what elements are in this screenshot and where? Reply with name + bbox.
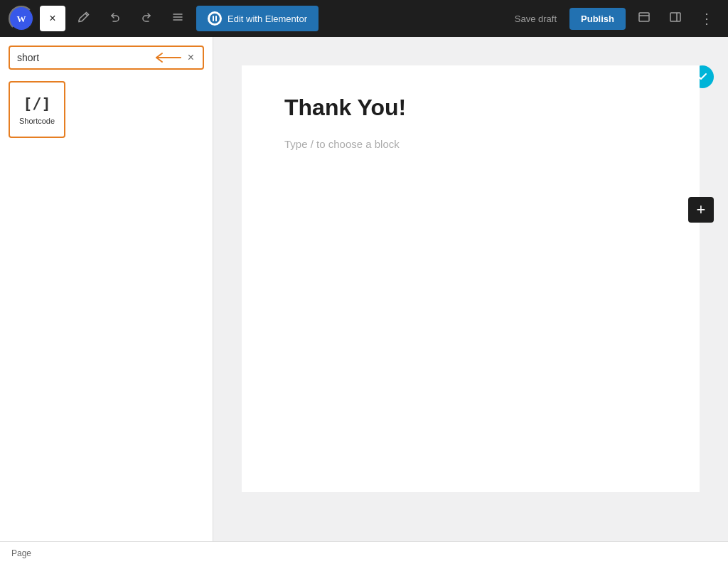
search-box: × [9, 46, 204, 70]
bottom-bar: Page [0, 541, 728, 564]
content-area: + Thank You! Type / to choose a block [213, 37, 728, 541]
undo-icon [109, 11, 122, 26]
bottom-bar-label: Page [11, 548, 31, 558]
sidebar-toggle-button[interactable] [663, 6, 688, 31]
redo-icon [140, 11, 153, 26]
save-draft-button[interactable]: Save draft [508, 9, 564, 28]
more-icon: ⋮ [700, 11, 714, 26]
close-icon: × [49, 12, 55, 25]
svg-rect-10 [670, 13, 680, 21]
view-button[interactable] [631, 6, 657, 31]
shortcode-label: Shortcode [19, 117, 55, 125]
search-clear-button[interactable]: × [186, 52, 196, 63]
shortcode-icon: [/] [23, 95, 51, 112]
details-button[interactable] [165, 6, 191, 31]
main-toolbar: W × [0, 0, 728, 37]
add-block-button[interactable]: + [688, 197, 714, 223]
edit-elementor-button[interactable]: Edit with Elementor [196, 6, 318, 31]
svg-rect-6 [213, 16, 214, 21]
undo-button[interactable] [102, 6, 128, 31]
more-options-button[interactable]: ⋮ [694, 6, 719, 31]
redo-button[interactable] [134, 6, 159, 31]
edit-elementor-label: Edit with Elementor [228, 14, 307, 24]
shortcode-block-card[interactable]: [/] Shortcode [9, 81, 65, 138]
view-icon [638, 11, 651, 26]
block-placeholder[interactable]: Type / to choose a block [284, 138, 657, 150]
publish-button[interactable]: Publish [569, 8, 626, 30]
svg-text:W: W [17, 14, 26, 24]
elementor-icon [208, 11, 222, 26]
page-title: Thank You! [284, 94, 657, 121]
main-layout: × [/] Shortcode [0, 37, 728, 541]
edit-button[interactable] [71, 6, 97, 31]
sidebar-icon [669, 11, 682, 26]
toolbar-right: Save draft Publish ⋮ [508, 6, 719, 31]
blocks-grid: [/] Shortcode [9, 81, 204, 138]
search-input[interactable] [17, 52, 149, 63]
list-icon [171, 11, 184, 26]
close-button[interactable]: × [40, 6, 65, 31]
svg-point-5 [210, 14, 220, 23]
search-arrow-icon [154, 51, 182, 64]
pencil-icon [77, 11, 90, 26]
wp-logo-button[interactable]: W [9, 6, 34, 31]
svg-rect-8 [639, 13, 649, 21]
svg-rect-7 [215, 16, 217, 21]
page-content: + Thank You! Type / to choose a block [242, 65, 700, 492]
block-sidebar: × [/] Shortcode [0, 37, 213, 541]
